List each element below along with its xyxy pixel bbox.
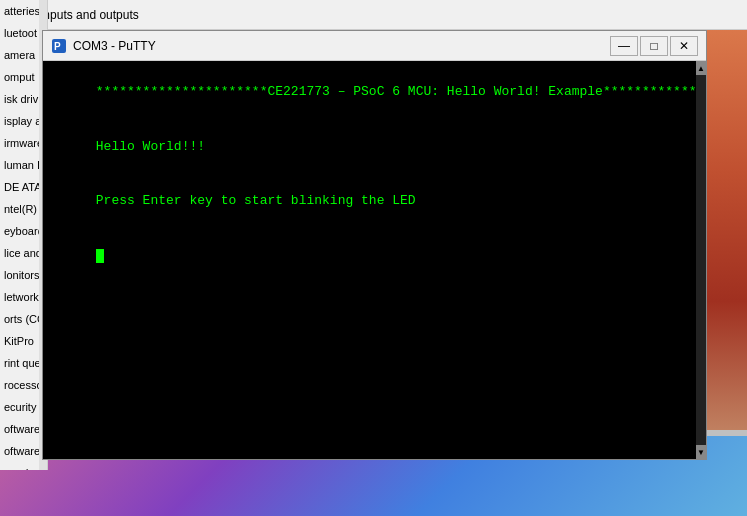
title-bar: P COM3 - PuTTY — □ ✕ — [43, 31, 706, 61]
close-button[interactable]: ✕ — [670, 36, 698, 56]
bg-right-strip — [707, 0, 747, 430]
sidebar: atteriesluetootameraomputisk drivisplay … — [0, 0, 48, 470]
svg-text:P: P — [54, 41, 61, 52]
maximize-button[interactable]: □ — [640, 36, 668, 56]
terminal-content: **********************CE221773 – PSoC 6 … — [49, 65, 700, 283]
scrollbar-track[interactable] — [696, 75, 706, 445]
window-title: COM3 - PuTTY — [73, 39, 610, 53]
terminal-line-2: Hello World!!! — [96, 139, 205, 154]
terminal-line-1: **********************CE221773 – PSoC 6 … — [96, 84, 706, 99]
putty-window: P COM3 - PuTTY — □ ✕ *******************… — [42, 30, 707, 460]
terminal-scrollbar[interactable]: ▲ ▼ — [696, 61, 706, 459]
scrollbar-down-button[interactable]: ▼ — [696, 445, 706, 459]
putty-icon: P — [51, 38, 67, 54]
top-bar: audio inputs and outputs — [0, 0, 747, 30]
scrollbar-up-button[interactable]: ▲ — [696, 61, 706, 75]
terminal-cursor — [96, 249, 104, 263]
window-controls: — □ ✕ — [610, 36, 698, 56]
terminal-line-3: Press Enter key to start blinking the LE… — [96, 193, 416, 208]
terminal-area[interactable]: **********************CE221773 – PSoC 6 … — [43, 61, 706, 459]
minimize-button[interactable]: — — [610, 36, 638, 56]
